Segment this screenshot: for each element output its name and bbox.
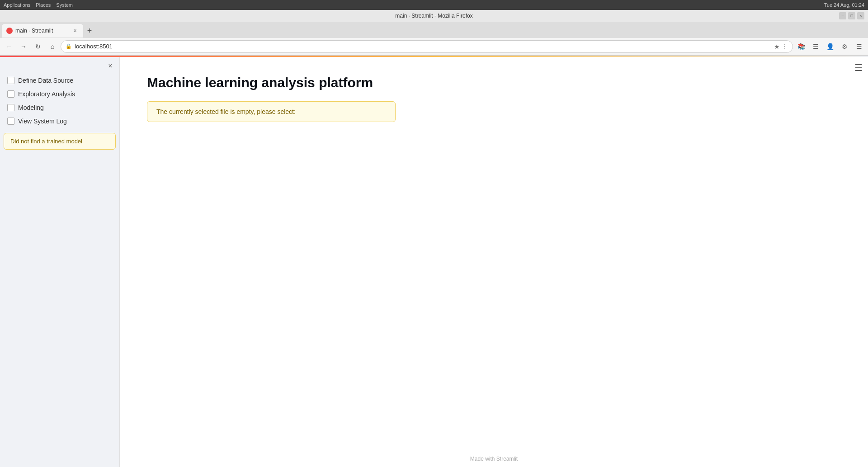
new-tab-button[interactable]: +: [83, 24, 96, 37]
browser-chrome: main · Streamlit - Mozilla Firefox − □ ×…: [0, 10, 868, 56]
browser-title: main · Streamlit - Mozilla Firefox: [395, 13, 472, 19]
bookmark-icon[interactable]: ★: [774, 43, 780, 50]
os-bar: Applications Places System Tue 24 Aug, 0…: [0, 0, 868, 10]
sidebar-item-define-data-source[interactable]: Define Data Source: [4, 74, 116, 87]
footer: Made with Streamlit: [470, 456, 518, 462]
main-content: ☰ Machine learning analysis platform The…: [120, 57, 868, 467]
reload-button[interactable]: ↻: [32, 40, 44, 53]
sidebar-warning-text: Did not find a trained model: [10, 138, 82, 145]
os-applications[interactable]: Applications: [4, 2, 30, 8]
sidebar-item-label-modeling: Modeling: [18, 104, 44, 111]
bookmarks-library-button[interactable]: 📚: [795, 40, 807, 53]
close-window-button[interactable]: ×: [857, 12, 864, 19]
modeling-checkbox[interactable]: [7, 104, 14, 111]
os-bar-left: Applications Places System: [4, 2, 73, 8]
tab-bar: main · Streamlit × +: [0, 22, 868, 38]
browser-menu-button[interactable]: ☰: [853, 40, 865, 53]
sidebar-warning-box: Did not find a trained model: [4, 133, 116, 150]
sidebar-item-modeling[interactable]: Modeling: [4, 101, 116, 114]
exploratory-analysis-checkbox[interactable]: [7, 90, 14, 98]
sidebar: × Define Data Source Exploratory Analysi…: [0, 57, 120, 467]
home-button[interactable]: ⌂: [46, 40, 59, 53]
app-container: × Define Data Source Exploratory Analysi…: [0, 57, 868, 467]
security-icon: 🔒: [66, 43, 72, 49]
tab-label: main · Streamlit: [15, 28, 53, 34]
info-message-text: The currently selected file is empty, pl…: [156, 108, 296, 115]
sidebar-item-view-system-log[interactable]: View System Log: [4, 115, 116, 127]
os-datetime: Tue 24 Aug, 01:24: [824, 2, 865, 8]
sidebar-item-label-view-system-log: View System Log: [18, 118, 67, 125]
view-system-log-checkbox[interactable]: [7, 118, 14, 125]
footer-streamlit-link[interactable]: Streamlit: [496, 456, 518, 462]
os-places[interactable]: Places: [36, 2, 51, 8]
url-bar[interactable]: 🔒 localhost:8501 ★ ⋮: [61, 40, 793, 53]
sidebar-item-label-exploratory-analysis: Exploratory Analysis: [18, 90, 75, 98]
tab-close-button[interactable]: ×: [71, 27, 79, 34]
window-controls: − □ ×: [839, 12, 864, 19]
sidebar-toggle-button[interactable]: ☰: [809, 40, 822, 53]
browser-toolbar-right: 📚 ☰ 👤 ⚙ ☰: [795, 40, 865, 53]
back-button[interactable]: ←: [3, 40, 15, 53]
title-bar: main · Streamlit - Mozilla Firefox − □ ×: [0, 10, 868, 22]
maximize-button[interactable]: □: [848, 12, 855, 19]
tab-favicon: [6, 28, 13, 34]
page-title: Machine learning analysis platform: [147, 75, 841, 90]
active-tab[interactable]: main · Streamlit ×: [2, 24, 83, 38]
synced-tabs-button[interactable]: 👤: [824, 40, 836, 53]
sidebar-item-label-define-data-source: Define Data Source: [18, 77, 73, 84]
define-data-source-checkbox[interactable]: [7, 77, 14, 84]
url-actions: ★ ⋮: [774, 43, 788, 50]
footer-prefix: Made with: [470, 456, 495, 462]
sidebar-item-exploratory-analysis[interactable]: Exploratory Analysis: [4, 88, 116, 100]
nav-bar: ← → ↻ ⌂ 🔒 localhost:8501 ★ ⋮ 📚 ☰ 👤 ⚙ ☰: [0, 38, 868, 55]
app-hamburger-menu[interactable]: ☰: [854, 62, 863, 73]
minimize-button[interactable]: −: [839, 12, 846, 19]
sidebar-close-button[interactable]: ×: [105, 61, 116, 71]
url-text: localhost:8501: [75, 43, 771, 50]
forward-button[interactable]: →: [17, 40, 30, 53]
extensions-button[interactable]: ⚙: [838, 40, 851, 53]
os-system[interactable]: System: [56, 2, 73, 8]
info-message-box: The currently selected file is empty, pl…: [147, 101, 396, 122]
more-url-actions[interactable]: ⋮: [782, 43, 788, 50]
sidebar-nav: Define Data Source Exploratory Analysis …: [4, 74, 116, 127]
